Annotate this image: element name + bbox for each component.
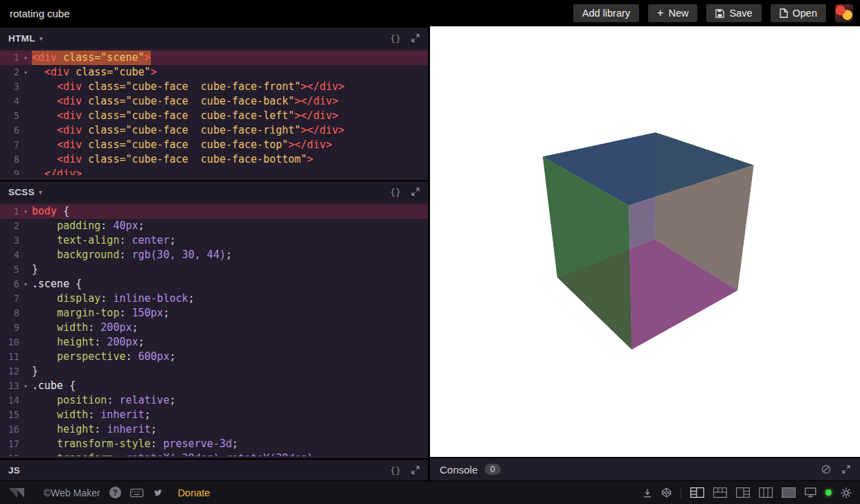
web-maker-logo [8, 487, 35, 499]
code-line-17[interactable]: 17 transform-style: preserve-3d; [0, 437, 428, 451]
fold-gutter [19, 306, 32, 321]
format-code-icon[interactable]: {} [390, 465, 401, 476]
chevron-down-icon[interactable]: ▾ [39, 35, 43, 42]
fold-gutter [19, 321, 32, 335]
format-code-icon[interactable]: {} [390, 33, 401, 44]
layout-right-icon[interactable] [736, 487, 750, 498]
line-number: 17 [0, 437, 19, 451]
code-line-5[interactable]: 5} [0, 262, 428, 277]
layout-vertical-columns-icon[interactable] [759, 487, 773, 498]
detach-preview-icon[interactable] [805, 487, 816, 498]
avatar[interactable] [835, 4, 853, 22]
status-indicator-dot [825, 489, 832, 496]
twitter-icon[interactable] [152, 487, 163, 498]
save-button[interactable]: Save [706, 4, 761, 22]
layout-columns-icon[interactable] [690, 487, 704, 498]
code-line-1[interactable]: 1▾<div class="scene"> [0, 51, 428, 65]
code-line-16[interactable]: 16 height: inherit; [0, 422, 428, 437]
fold-gutter [19, 80, 32, 94]
fold-gutter [19, 364, 32, 379]
settings-gear-icon[interactable] [841, 487, 852, 498]
fold-gutter [19, 291, 32, 306]
donate-link[interactable]: Donate [178, 487, 210, 498]
expand-pane-icon[interactable] [411, 188, 420, 196]
footer-right-tools [643, 487, 852, 498]
code-line-9[interactable]: 9 width: 200px; [0, 321, 428, 335]
html-pane: HTML ▾ {} 1▾<div class="scene">2▾ <div c… [0, 26, 428, 180]
download-icon[interactable] [643, 488, 652, 498]
fold-arrow-icon[interactable]: ▾ [19, 277, 32, 291]
add-library-button[interactable]: Add library [573, 4, 639, 22]
line-number: 12 [0, 364, 19, 379]
line-number: 2 [0, 65, 19, 80]
line-number: 7 [0, 291, 19, 306]
open-button[interactable]: Open [771, 4, 826, 22]
code-line-12[interactable]: 12} [0, 364, 428, 379]
footer-bar: ©Web Maker ? Donate [0, 480, 860, 504]
line-number: 8 [0, 306, 19, 321]
code-line-7[interactable]: 7 display: inline-block; [0, 291, 428, 306]
code-line-11[interactable]: 11 perspective: 600px; [0, 350, 428, 364]
chevron-down-icon[interactable]: ▾ [39, 188, 42, 196]
format-code-icon[interactable]: {} [390, 187, 401, 197]
expand-pane-icon[interactable] [411, 466, 420, 474]
clear-console-icon[interactable] [821, 465, 831, 474]
code-text: <div class="cube-face cube-face-back"></… [32, 94, 339, 109]
fold-gutter [19, 437, 32, 451]
html-pane-header[interactable]: HTML ▾ {} [0, 28, 428, 48]
code-line-6[interactable]: 6 <div class="cube-face cube-face-right"… [0, 123, 428, 138]
fold-gutter [19, 138, 32, 152]
code-line-1[interactable]: 1▾body { [0, 204, 428, 219]
fold-arrow-icon[interactable]: ▾ [19, 51, 32, 65]
scss-pane-title: SCSS [8, 187, 35, 197]
code-line-15[interactable]: 15 width: inherit; [0, 408, 428, 422]
codepen-icon[interactable] [661, 487, 672, 498]
code-text: display: inline-block; [32, 291, 195, 306]
code-line-8[interactable]: 8 margin-top: 150px; [0, 306, 428, 321]
code-line-2[interactable]: 2 padding: 40px; [0, 219, 428, 233]
new-button[interactable]: + New [648, 4, 697, 22]
code-line-10[interactable]: 10 height: 200px; [0, 335, 428, 350]
scss-pane-header[interactable]: SCSS ▾ {} [0, 181, 428, 202]
fold-arrow-icon[interactable]: ▾ [19, 204, 32, 219]
line-number: 9 [0, 321, 19, 335]
expand-pane-icon[interactable] [411, 34, 420, 42]
layout-fullscreen-icon[interactable] [782, 487, 796, 498]
code-text: body { [32, 204, 69, 219]
fold-gutter [19, 167, 32, 175]
fold-gutter [19, 408, 32, 422]
code-line-4[interactable]: 4 background: rgb(30, 30, 44); [0, 248, 428, 262]
fold-gutter [19, 262, 32, 277]
page-title: rotating cube [10, 8, 70, 19]
fold-arrow-icon[interactable]: ▾ [19, 65, 32, 80]
code-line-3[interactable]: 3 <div class="cube-face cube-face-front"… [0, 80, 428, 94]
save-icon [715, 9, 724, 18]
console-bar[interactable]: Console 0 [430, 457, 860, 480]
help-icon[interactable]: ? [109, 487, 121, 498]
open-icon [780, 8, 788, 18]
preview-cube [580, 147, 699, 309]
layout-rows-icon[interactable] [713, 487, 727, 498]
fold-arrow-icon[interactable]: ▾ [19, 379, 32, 393]
code-text: } [32, 262, 38, 277]
scss-code-editor[interactable]: 1▾body {2 padding: 40px;3 text-align: ce… [0, 202, 428, 458]
code-line-7[interactable]: 7 <div class="cube-face cube-face-top"><… [0, 138, 428, 152]
code-line-18[interactable]: 18 transform: rotateX(-28deg) rotateY(38… [0, 451, 428, 456]
code-line-6[interactable]: 6▾.scene { [0, 277, 428, 291]
code-text: height: 200px; [32, 335, 145, 350]
code-line-2[interactable]: 2▾ <div class="cube"> [0, 65, 428, 80]
keyboard-shortcuts-icon[interactable] [130, 488, 143, 498]
expand-console-icon[interactable] [842, 465, 850, 474]
code-text: width: inherit; [32, 408, 151, 422]
line-number: 9 [0, 167, 19, 175]
code-line-9[interactable]: 9 </div> [0, 167, 428, 175]
code-line-13[interactable]: 13▾.cube { [0, 379, 428, 393]
js-pane-header[interactable]: JS {} [0, 460, 428, 480]
code-line-4[interactable]: 4 <div class="cube-face cube-face-back">… [0, 94, 428, 109]
code-line-5[interactable]: 5 <div class="cube-face cube-face-left">… [0, 109, 428, 123]
code-line-14[interactable]: 14 position: relative; [0, 393, 428, 408]
code-line-8[interactable]: 8 <div class="cube-face cube-face-bottom… [0, 152, 428, 167]
fold-gutter [19, 123, 32, 138]
html-code-editor[interactable]: 1▾<div class="scene">2▾ <div class="cube… [0, 48, 428, 180]
code-line-3[interactable]: 3 text-align: center; [0, 233, 428, 248]
